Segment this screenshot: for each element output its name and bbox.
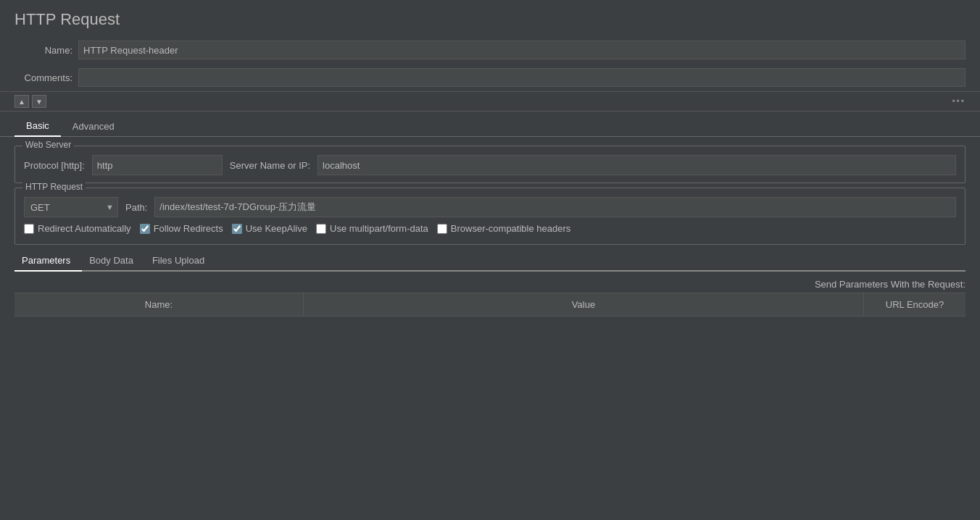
move-up-button[interactable]: ▲ bbox=[14, 95, 29, 108]
keepalive-label[interactable]: Use KeepAlive bbox=[246, 223, 307, 234]
http-request-legend: HTTP Request bbox=[22, 182, 86, 192]
checkboxes-row: Redirect Automatically Follow Redirects … bbox=[24, 217, 956, 237]
toolbar-row: ▲ ▼ ••• bbox=[0, 91, 980, 112]
method-path-row: GET POST PUT DELETE PATCH HEAD OPTIONS ▼… bbox=[24, 194, 956, 217]
method-select[interactable]: GET POST PUT DELETE PATCH HEAD OPTIONS bbox=[24, 197, 118, 217]
http-request-section: HTTP Request GET POST PUT DELETE PATCH H… bbox=[14, 188, 966, 245]
name-input[interactable] bbox=[78, 41, 966, 59]
page-title: HTTP Request bbox=[0, 0, 980, 36]
col-header-name: Name: bbox=[14, 293, 304, 316]
tab-parameters[interactable]: Parameters bbox=[14, 251, 82, 272]
follow-redirects-label[interactable]: Follow Redirects bbox=[154, 223, 223, 234]
send-params-label: Send Parameters With the Request: bbox=[815, 279, 966, 290]
browser-compat-checkbox[interactable] bbox=[437, 224, 447, 234]
server-label: Server Name or IP: bbox=[230, 160, 310, 171]
main-container: HTTP Request Name: Comments: ▲ ▼ ••• Bas… bbox=[0, 0, 980, 520]
tab-advanced[interactable]: Advanced bbox=[61, 117, 126, 136]
toolbar-dots: ••• bbox=[952, 96, 966, 106]
checkbox-redirect-auto: Redirect Automatically bbox=[24, 223, 131, 234]
browser-compat-label[interactable]: Browser-compatible headers bbox=[451, 223, 570, 234]
params-header: Send Parameters With the Request: bbox=[0, 272, 980, 293]
web-server-content: Protocol [http]: Server Name or IP: bbox=[24, 152, 956, 175]
tab-body-data[interactable]: Body Data bbox=[82, 251, 145, 270]
tab-files-upload[interactable]: Files Upload bbox=[145, 251, 216, 270]
col-urlencode-label: URL Encode? bbox=[886, 299, 944, 310]
col-header-value: Value bbox=[304, 293, 864, 316]
multipart-checkbox[interactable] bbox=[316, 224, 326, 234]
sub-tabs-bar: Parameters Body Data Files Upload bbox=[14, 251, 966, 272]
main-tabs-bar: Basic Advanced bbox=[0, 112, 980, 137]
web-server-section: Web Server Protocol [http]: Server Name … bbox=[14, 146, 966, 183]
server-name-input[interactable] bbox=[317, 155, 956, 175]
table-header-row: Name: Value URL Encode? bbox=[14, 293, 966, 316]
redirect-auto-checkbox[interactable] bbox=[24, 224, 34, 234]
col-value-label: Value bbox=[572, 299, 595, 310]
multipart-label[interactable]: Use multipart/form-data bbox=[330, 223, 428, 234]
checkbox-multipart: Use multipart/form-data bbox=[316, 223, 428, 234]
comments-field-row: Comments: bbox=[0, 64, 980, 91]
path-label: Path: bbox=[125, 202, 147, 213]
comments-input[interactable] bbox=[78, 68, 966, 87]
tab-basic[interactable]: Basic bbox=[14, 116, 61, 137]
protocol-input[interactable] bbox=[92, 155, 223, 175]
web-server-legend: Web Server bbox=[22, 140, 74, 150]
path-input[interactable] bbox=[154, 197, 956, 217]
name-field-row: Name: bbox=[0, 36, 980, 64]
keepalive-checkbox[interactable] bbox=[232, 224, 242, 234]
method-select-wrapper: GET POST PUT DELETE PATCH HEAD OPTIONS ▼ bbox=[24, 197, 118, 217]
comments-label: Comments: bbox=[14, 72, 72, 83]
checkbox-follow-redirects: Follow Redirects bbox=[140, 223, 223, 234]
move-down-button[interactable]: ▼ bbox=[32, 95, 46, 108]
redirect-auto-label[interactable]: Redirect Automatically bbox=[38, 223, 131, 234]
col-name-label: Name: bbox=[145, 299, 173, 310]
follow-redirects-checkbox[interactable] bbox=[140, 224, 150, 234]
name-label: Name: bbox=[14, 45, 72, 56]
checkbox-browser-compat: Browser-compatible headers bbox=[437, 223, 570, 234]
col-header-urlencode: URL Encode? bbox=[864, 293, 966, 316]
checkbox-keepalive: Use KeepAlive bbox=[232, 223, 307, 234]
protocol-label: Protocol [http]: bbox=[24, 160, 85, 171]
